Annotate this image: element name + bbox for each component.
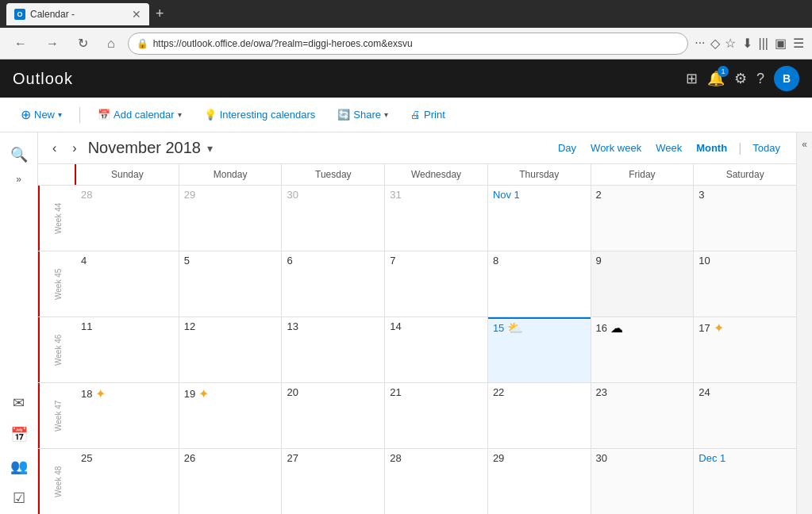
view-week-button[interactable]: Week xyxy=(649,139,688,157)
calendar-day-oct28[interactable]: 28 xyxy=(76,186,179,251)
interesting-calendars-button[interactable]: 💡 Interesting calendars xyxy=(196,104,324,125)
calendar-day-10[interactable]: 10 xyxy=(694,251,796,316)
share-button[interactable]: 🔄 Share ▾ xyxy=(329,104,396,125)
menu-icon[interactable]: ☰ xyxy=(793,36,804,51)
apps-grid-button[interactable]: ⊞ xyxy=(686,70,698,87)
day-num: 26 xyxy=(184,452,195,464)
day-num: 20 xyxy=(287,386,298,398)
browser-chrome: O Calendar - ✕ + xyxy=(0,0,812,28)
calendar-day-13[interactable]: 13 xyxy=(282,317,385,382)
calendar-day-22[interactable]: 22 xyxy=(488,383,591,448)
tab-title: Calendar - xyxy=(30,9,75,20)
new-tab-button[interactable]: + xyxy=(156,6,164,22)
calendar-day-nov1[interactable]: Nov 1 xyxy=(488,186,591,251)
prev-month-button[interactable]: ‹ xyxy=(48,140,61,157)
outlook-header: Outlook ⊞ 🔔 1 ⚙ ? B xyxy=(0,59,812,98)
day-header-tuesday: Tuesday xyxy=(282,164,385,185)
calendar-day-16[interactable]: 16☁ xyxy=(591,317,695,382)
calendar-day-19[interactable]: 19✦ xyxy=(179,383,283,448)
calendar-collapse-right[interactable]: « xyxy=(796,132,812,514)
notifications-button[interactable]: 🔔 1 xyxy=(707,70,725,87)
day-header-thursday: Thursday xyxy=(488,164,591,185)
calendar-day-7[interactable]: 7 xyxy=(385,251,488,316)
calendar-day-dec1[interactable]: Dec 1 xyxy=(694,449,796,514)
day-num: 17 xyxy=(698,322,710,334)
forward-button[interactable]: → xyxy=(40,33,65,54)
calendar-header-row: Sunday Monday Tuesday Wednesday Thursday… xyxy=(38,164,796,186)
avatar[interactable]: B xyxy=(774,66,799,91)
week-label-45: Week 45 xyxy=(38,251,76,316)
calendar-day-9[interactable]: 9 xyxy=(591,251,695,316)
add-calendar-button[interactable]: 📅 Add calendar ▾ xyxy=(90,104,190,125)
sidebar-item-calendar[interactable]: 📅 xyxy=(3,419,35,451)
day-num: 22 xyxy=(493,386,504,398)
interesting-calendars-label: Interesting calendars xyxy=(220,109,316,121)
day-num: 16 xyxy=(596,322,607,334)
calendar-day-29[interactable]: 29 xyxy=(488,449,591,514)
calendar-day-27[interactable]: 27 xyxy=(282,449,385,514)
settings-button[interactable]: ⚙ xyxy=(734,70,747,87)
mail-icon: ✉ xyxy=(13,394,25,412)
tab-close-btn[interactable]: ✕ xyxy=(132,8,141,21)
notification-badge: 1 xyxy=(718,66,729,77)
today-button[interactable]: Today xyxy=(746,139,787,157)
collapse-button[interactable]: » xyxy=(13,171,25,188)
calendar-day-24[interactable]: 24 xyxy=(694,383,796,448)
download-icon[interactable]: ⬇ xyxy=(742,36,752,51)
nav-bar: ← → ↻ ⌂ 🔒 https://outlook.office.de/owa/… xyxy=(0,28,812,59)
calendar-day-18[interactable]: 18✦ xyxy=(76,383,179,448)
day-num: 13 xyxy=(287,320,298,332)
refresh-button[interactable]: ↻ xyxy=(71,33,94,54)
add-calendar-dropdown-icon[interactable]: ▾ xyxy=(178,110,182,119)
calendar-day-30[interactable]: 30 xyxy=(591,449,695,514)
sidebar-item-tasks[interactable]: ☑ xyxy=(3,482,35,514)
calendar-day-nov3[interactable]: 3 xyxy=(694,186,796,251)
sidebar-item-people[interactable]: 👥 xyxy=(3,451,35,482)
calendar-day-oct29[interactable]: 29 xyxy=(179,186,283,251)
lightbulb-icon: 💡 xyxy=(204,109,217,121)
library-icon[interactable]: ||| xyxy=(759,36,768,51)
tasks-icon: ☑ xyxy=(13,489,25,507)
calendar-day-6[interactable]: 6 xyxy=(282,251,385,316)
calendar-day-26[interactable]: 26 xyxy=(179,449,283,514)
calendar-day-23[interactable]: 23 xyxy=(591,383,695,448)
new-dropdown-icon[interactable]: ▾ xyxy=(58,110,62,119)
calendar-day-28[interactable]: 28 xyxy=(385,449,488,514)
sidebar-item-search[interactable]: 🔍 xyxy=(3,139,35,171)
next-month-button[interactable]: › xyxy=(67,140,81,157)
view-workweek-button[interactable]: Work week xyxy=(584,139,648,157)
new-button[interactable]: ⊕ New ▾ xyxy=(13,102,70,127)
more-icon[interactable]: ··· xyxy=(695,36,705,51)
calendar-day-nov2[interactable]: 2 xyxy=(591,186,695,251)
calendar-day-17[interactable]: 17✦ xyxy=(694,317,796,382)
calendar-day-oct30[interactable]: 30 xyxy=(282,186,385,251)
calendar-day-20[interactable]: 20 xyxy=(282,383,385,448)
calendar-day-8[interactable]: 8 xyxy=(488,251,591,316)
home-button[interactable]: ⌂ xyxy=(101,33,121,54)
calendar-day-11[interactable]: 11 xyxy=(76,317,179,382)
calendar-day-12[interactable]: 12 xyxy=(179,317,283,382)
address-bar[interactable]: 🔒 https://outlook.office.de/owa/?realm=d… xyxy=(128,33,689,55)
calendar-day-oct31[interactable]: 31 xyxy=(385,186,488,251)
back-button[interactable]: ← xyxy=(8,33,33,54)
pocket-icon[interactable]: ◇ xyxy=(710,36,720,51)
bookmark-icon[interactable]: ☆ xyxy=(725,36,736,51)
calendar-day-14[interactable]: 14 xyxy=(385,317,488,382)
day-num: 7 xyxy=(390,255,395,267)
day-num: 25 xyxy=(81,452,92,464)
browser-tab[interactable]: O Calendar - ✕ xyxy=(6,3,149,25)
calendar-day-15[interactable]: 15⛅ xyxy=(488,317,591,382)
print-button[interactable]: 🖨 Print xyxy=(402,104,453,125)
sidebar-item-mail[interactable]: ✉ xyxy=(3,387,35,419)
calendar-day-21[interactable]: 21 xyxy=(385,383,488,448)
calendar-day-5[interactable]: 5 xyxy=(179,251,283,316)
help-button[interactable]: ? xyxy=(756,71,764,87)
day-num: 10 xyxy=(698,255,710,267)
sidebar-browser-icon[interactable]: ▣ xyxy=(775,36,787,51)
calendar-day-25[interactable]: 25 xyxy=(76,449,179,514)
calendar-day-4[interactable]: 4 xyxy=(76,251,179,316)
view-day-button[interactable]: Day xyxy=(552,139,583,157)
share-dropdown-icon[interactable]: ▾ xyxy=(384,110,388,119)
view-month-button[interactable]: Month xyxy=(690,139,733,157)
calendar-title-dropdown[interactable]: ▾ xyxy=(207,142,213,155)
